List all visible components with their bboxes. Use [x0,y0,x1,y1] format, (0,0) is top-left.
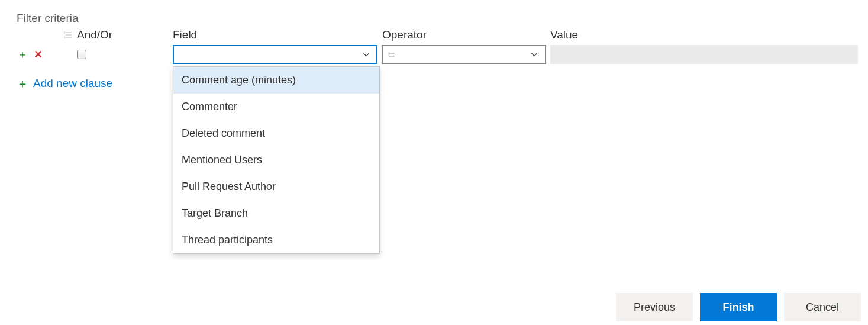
operator-combobox-value: = [389,49,395,61]
finish-button[interactable]: Finish [700,293,777,321]
header-andor: And/Or [77,28,173,41]
field-option[interactable]: Deleted comment [173,120,379,147]
andor-checkbox[interactable] [77,50,86,59]
header-operator: Operator [382,28,550,41]
chevron-down-icon [530,50,539,59]
operator-combobox[interactable]: = [382,45,546,64]
field-option[interactable]: Pull Request Author [173,173,379,200]
field-dropdown[interactable]: Comment age (minutes)CommenterDeleted co… [173,66,380,254]
plus-icon: ＋ [17,78,28,89]
clause-row: ＋ ✕ Comment age (minutes)CommenterDelete… [17,45,851,64]
cancel-button[interactable]: Cancel [784,293,861,321]
add-clause-icon-button[interactable]: ＋ [17,49,28,60]
field-option[interactable]: Comment age (minutes) [173,67,379,94]
grid-header-row: And/Or Field Operator Value [17,28,851,41]
field-option[interactable]: Commenter [173,94,379,120]
header-field: Field [173,28,382,41]
field-combobox[interactable] [173,45,377,64]
add-new-clause-link[interactable]: ＋ Add new clause [17,77,851,90]
header-value: Value [550,28,858,41]
chevron-down-icon [362,50,371,59]
value-input[interactable] [550,45,858,64]
previous-button[interactable]: Previous [616,293,693,321]
delete-clause-icon-button[interactable]: ✕ [32,49,44,60]
filter-criteria-title: Filter criteria [17,12,851,25]
add-new-clause-label: Add new clause [33,77,112,90]
field-option[interactable]: Target Branch [173,200,379,227]
x-icon: ✕ [34,49,43,60]
grip-icon [63,30,73,40]
plus-icon: ＋ [17,49,28,60]
dialog-footer: Previous Finish Cancel [616,293,861,321]
field-option[interactable]: Thread participants [173,227,379,253]
filter-grid: And/Or Field Operator Value ＋ ✕ [17,28,851,90]
field-option[interactable]: Mentioned Users [173,147,379,173]
